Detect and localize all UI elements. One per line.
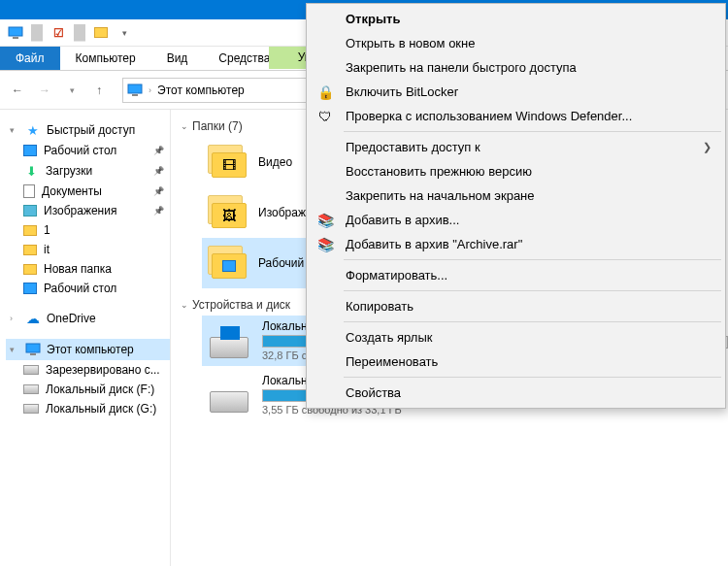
chevron-down-icon: ▾ [10,345,19,354]
separator [344,377,721,378]
forward-button[interactable]: → [33,79,56,102]
navpane-item-desktop[interactable]: Рабочий стол [6,141,170,160]
quick-access-group[interactable]: ▾ ★ Быстрый доступ [6,119,170,141]
folder-label: Изображ [258,206,306,219]
ctx-share[interactable]: Предоставить доступ к❯ [309,135,723,159]
context-menu: Открыть Открыть в новом окне Закрепить н… [306,3,726,409]
ctx-rename[interactable]: Переименовать [309,350,723,374]
svg-rect-3 [132,94,138,96]
folder-icon: 🖼 [206,193,248,232]
this-pc-label: Этот компьютер [47,343,134,356]
navpane-item-documents[interactable]: Документы [6,182,170,201]
properties-checkbox-icon[interactable]: ☑ [49,23,68,43]
folder-icon: 🎞 [206,143,248,182]
onedrive-label: OneDrive [47,312,96,325]
dropdown-caret-icon[interactable]: ▾ [115,23,134,43]
ctx-label: Включить BitLocker [346,84,458,99]
drive-icon [23,365,39,375]
ctx-pin-quick-access[interactable]: Закрепить на панели быстрого доступа [309,55,723,80]
winrar-icon: 📚 [316,236,334,253]
ctx-pin-start[interactable]: Закрепить на начальном экране [309,183,723,208]
tab-file[interactable]: Файл [0,47,60,70]
drive-icon [23,384,39,394]
pictures-icon [23,205,37,216]
back-button[interactable]: ← [6,79,29,102]
navpane-item-label: Изображения [44,204,116,217]
navpane-item-label: Локальный диск (F:) [46,383,154,396]
ctx-label: Свойства [346,385,401,400]
quick-access-label: Быстрый доступ [47,123,135,137]
navpane-item-reserved[interactable]: Зарезервировано с... [6,360,170,380]
folder-icon [23,225,37,236]
chevron-down-icon: ⌄ [181,300,188,310]
divider [74,24,85,42]
ctx-label: Закрепить на начальном экране [346,188,535,203]
chevron-right-icon: › [10,314,19,323]
ctx-label: Создать ярлык [346,330,432,345]
ctx-label: Закрепить на панели быстрого доступа [346,60,577,75]
ctx-label: Добавить в архив... [346,213,459,227]
onedrive-icon: ☁ [25,311,41,326]
svg-rect-5 [30,353,36,355]
drive-icon [23,404,39,414]
tab-computer[interactable]: Компьютер [60,47,151,70]
ctx-copy[interactable]: Копировать [309,294,723,318]
ctx-open[interactable]: Открыть [309,7,723,31]
navpane-item-folder[interactable]: 1 [6,220,170,240]
ctx-label: Предоставить доступ к [346,140,480,154]
ctx-defender[interactable]: 🛡Проверка с использованием Windows Defen… [309,104,723,128]
navpane-item-disk-f[interactable]: Локальный диск (F:) [6,380,170,399]
ctx-label: Переименовать [346,354,438,369]
document-icon [23,184,35,198]
navpane-item-downloads[interactable]: ⬇Загрузки [6,160,170,182]
ctx-label: Форматировать... [346,268,447,283]
chevron-right-icon: › [149,85,151,95]
pc-icon [6,23,25,43]
shield-icon: 🛡 [316,108,334,125]
desktop-icon [23,145,37,156]
separator [344,131,721,132]
up-button[interactable]: ↑ [87,79,111,102]
navpane-item-pictures[interactable]: Изображения [6,201,170,220]
navpane-item-label: Загрузки [46,164,92,178]
chevron-down-icon: ⌄ [181,121,188,131]
bitlocker-icon: 🔒 [316,83,334,101]
svg-rect-2 [128,84,142,93]
ctx-bitlocker[interactable]: 🔒Включить BitLocker [309,80,723,104]
navpane-item-desktop2[interactable]: Рабочий стол [6,279,170,298]
folder-icon [23,245,37,255]
navpane-item-label: Локальный диск (G:) [46,402,156,416]
folder-icon [206,244,248,283]
navpane-item-label: Документы [42,184,102,198]
winrar-icon: 📚 [316,212,334,229]
navpane-item-folder[interactable]: it [6,240,170,259]
svg-rect-1 [13,37,18,39]
navpane-item-label: Рабочий стол [44,282,116,295]
ctx-create-shortcut[interactable]: Создать ярлык [309,325,723,350]
onedrive-group[interactable]: ›☁OneDrive [6,308,170,329]
this-pc-group[interactable]: ▾Этот компьютер [6,339,170,360]
svg-rect-4 [26,344,40,352]
separator [344,259,721,260]
ctx-add-archive-named[interactable]: 📚Добавить в архив "Archive.rar" [309,232,723,256]
section-label: Устройства и диск [192,298,290,312]
navpane-item-folder[interactable]: Новая папка [6,259,170,279]
ctx-properties[interactable]: Свойства [309,381,723,405]
star-icon: ★ [25,122,41,138]
pc-icon [127,83,143,98]
ctx-restore-version[interactable]: Восстановить прежнюю версию [309,159,723,183]
new-folder-icon[interactable] [91,23,111,43]
ctx-label: Открыть [346,12,400,26]
navpane-item-label: 1 [44,223,50,237]
separator [344,321,721,322]
navpane-item-disk-g[interactable]: Локальный диск (G:) [6,399,170,418]
tab-view[interactable]: Вид [151,47,204,70]
address-bar[interactable]: › Этот компьютер [122,78,316,103]
ctx-open-new-window[interactable]: Открыть в новом окне [309,31,723,55]
chevron-down-icon: ▾ [10,125,19,135]
folder-label: Рабочий [258,256,304,270]
ctx-label: Восстановить прежнюю версию [346,164,532,179]
ctx-format[interactable]: Форматировать... [309,263,723,287]
ctx-add-archive[interactable]: 📚Добавить в архив... [309,208,723,232]
recent-dropdown-icon[interactable]: ▾ [60,79,83,102]
